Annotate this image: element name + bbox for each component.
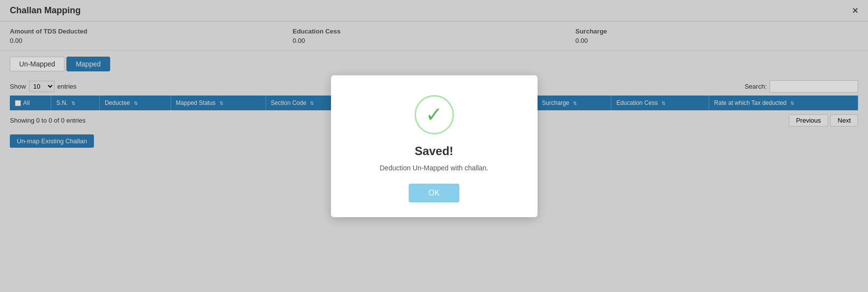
success-dialog: ✓ Saved! Deduction Un-Mapped with challa… [331, 75, 538, 217]
checkmark-icon: ✓ [425, 104, 443, 125]
success-circle: ✓ [415, 95, 454, 134]
ok-button[interactable]: OK [409, 184, 459, 202]
dialog-message: Deduction Un-Mapped with challan. [380, 164, 488, 172]
dialog-overlay: ✓ Saved! Deduction Un-Mapped with challa… [0, 0, 868, 292]
dialog-title: Saved! [415, 144, 453, 158]
